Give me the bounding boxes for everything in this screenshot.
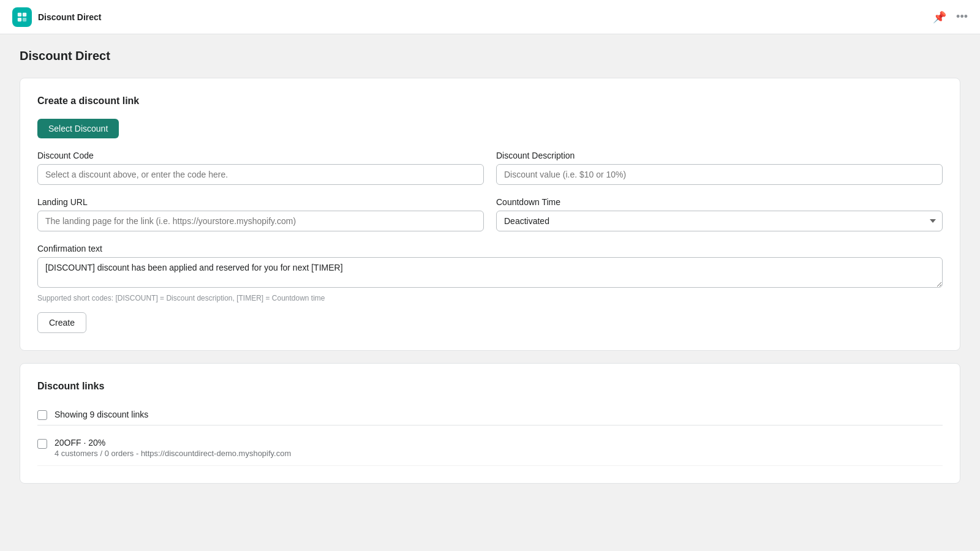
item-checkbox-1[interactable] (37, 439, 47, 449)
landing-url-label: Landing URL (37, 197, 484, 207)
confirmation-text-input[interactable]: [DISCOUNT] discount has been applied and… (37, 257, 943, 288)
discount-code-label: Discount Code (37, 151, 484, 160)
main-content: Discount Direct Create a discount link S… (0, 34, 980, 511)
form-row-2: Landing URL Countdown Time Deactivated 5… (37, 197, 943, 231)
svg-rect-3 (23, 17, 26, 21)
discount-links-card: Discount links Showing 9 discount links … (20, 363, 960, 484)
create-discount-card: Create a discount link Select Discount D… (20, 78, 960, 351)
create-button-wrapper: Create (37, 312, 943, 333)
discount-links-title: Discount links (37, 381, 943, 392)
countdown-time-group: Countdown Time Deactivated 5 minutes 10 … (496, 197, 943, 231)
select-all-checkbox[interactable] (37, 410, 47, 420)
list-header-row: Showing 9 discount links (37, 404, 943, 425)
confirmation-hint: Supported short codes: [DISCOUNT] = Disc… (37, 294, 943, 302)
svg-rect-1 (23, 12, 26, 16)
app-icon (12, 7, 32, 27)
showing-label: Showing 9 discount links (55, 410, 148, 419)
countdown-time-label: Countdown Time (496, 197, 943, 207)
create-card-title: Create a discount link (37, 96, 943, 107)
countdown-time-select[interactable]: Deactivated 5 minutes 10 minutes 15 minu… (496, 211, 943, 231)
discount-code-group: Discount Code (37, 151, 484, 185)
list-item: 20OFF · 20% 4 customers / 0 orders - htt… (37, 430, 943, 466)
discount-description-input[interactable] (496, 164, 943, 185)
topbar-left: Discount Direct (12, 7, 101, 27)
form-row-1: Discount Code Discount Description (37, 151, 943, 185)
more-options-icon[interactable]: ••• (956, 10, 968, 23)
countdown-select-wrapper: Deactivated 5 minutes 10 minutes 15 minu… (496, 211, 943, 231)
select-discount-button[interactable]: Select Discount (37, 119, 119, 138)
page-title: Discount Direct (20, 49, 960, 63)
topbar: Discount Direct 📌 ••• (0, 0, 980, 34)
create-button[interactable]: Create (37, 312, 86, 333)
item-text-1: 20OFF · 20% 4 customers / 0 orders - htt… (55, 438, 291, 458)
svg-rect-2 (18, 17, 21, 21)
discount-description-label: Discount Description (496, 151, 943, 160)
item-subtitle-1: 4 customers / 0 orders - https://discoun… (55, 449, 291, 458)
pin-icon[interactable]: 📌 (933, 10, 946, 24)
confirmation-text-label: Confirmation text (37, 244, 943, 253)
confirmation-text-group: Confirmation text [DISCOUNT] discount ha… (37, 244, 943, 302)
item-title-1: 20OFF · 20% (55, 438, 291, 448)
discount-description-group: Discount Description (496, 151, 943, 185)
svg-rect-0 (18, 12, 21, 16)
discount-code-input[interactable] (37, 164, 484, 185)
topbar-right: 📌 ••• (933, 10, 968, 24)
landing-url-input[interactable] (37, 211, 484, 231)
landing-url-group: Landing URL (37, 197, 484, 231)
app-title: Discount Direct (38, 12, 101, 22)
